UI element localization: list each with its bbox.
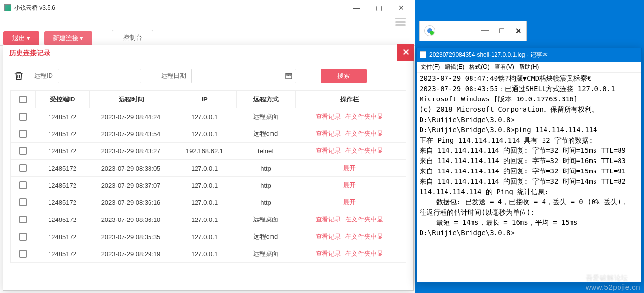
- view-record-link[interactable]: 查看记录: [316, 216, 341, 223]
- new-connection-dropdown[interactable]: 新建连接 ▾: [44, 31, 93, 45]
- tabs-row: 退出 ▾ 新建连接 ▾ 控制台: [0, 28, 415, 46]
- open-folder-link[interactable]: 在文件夹中显: [345, 233, 383, 240]
- cell-ip: 192.168.62.1: [173, 147, 236, 155]
- hamburger-menu[interactable]: [0, 15, 415, 28]
- cell-ops: 查看记录在文件夹中显: [295, 129, 406, 138]
- cell-ip: 127.0.0.1: [173, 216, 236, 223]
- select-all-checkbox[interactable]: [19, 96, 27, 103]
- exit-dropdown[interactable]: 退出 ▾: [3, 31, 39, 45]
- calendar-icon[interactable]: [284, 72, 293, 80]
- cell-id: 12485172: [35, 130, 89, 138]
- cell-id: 12485172: [35, 182, 89, 189]
- watermark: 吾爱破解论坛 www.52pojie.cn: [586, 274, 640, 291]
- remote-id-input[interactable]: [58, 69, 141, 83]
- cell-id: 12485172: [35, 250, 89, 258]
- view-record-link[interactable]: 查看记录: [316, 147, 341, 154]
- row-checkbox[interactable]: [19, 233, 27, 241]
- cell-time: 2023-07-29 08:38:05: [89, 165, 173, 172]
- history-grid: 受控端ID 远程时间 IP 远程方式 操作栏 124851722023-07-2…: [10, 90, 406, 263]
- cell-time: 2023-07-29 08:36:16: [89, 199, 173, 206]
- cell-id: 12485172: [35, 113, 89, 121]
- header-ops[interactable]: 操作栏: [295, 91, 406, 108]
- row-checkbox[interactable]: [19, 147, 27, 155]
- open-folder-link[interactable]: 在文件夹中显: [345, 216, 383, 223]
- table-row: 124851722023-07-29 08:38:05127.0.0.1http…: [11, 160, 406, 177]
- menu-view[interactable]: 查看(V): [493, 62, 516, 72]
- expand-link[interactable]: 展开: [343, 198, 356, 206]
- cell-time: 2023-07-29 08:43:27: [89, 147, 173, 155]
- hamburger-icon: [395, 18, 406, 26]
- header-method[interactable]: 远程方式: [236, 91, 295, 108]
- row-checkbox[interactable]: [19, 164, 27, 172]
- app-titlebar[interactable]: 小锐云桥 v3.5.6 — ▢ ✕: [0, 0, 415, 15]
- menu-edit[interactable]: 编辑(E): [443, 62, 466, 72]
- table-row: 124851722023-07-29 08:44:24127.0.0.1远程桌面…: [11, 108, 406, 125]
- remote-date-input[interactable]: [191, 69, 296, 83]
- header-ip[interactable]: IP: [173, 91, 236, 108]
- open-folder-link[interactable]: 在文件夹中显: [345, 113, 383, 120]
- menu-file[interactable]: 文件(F): [419, 62, 442, 72]
- row-checkbox[interactable]: [19, 130, 27, 138]
- cell-time: 2023-07-29 08:37:07: [89, 182, 173, 189]
- bg-maximize-button[interactable]: □: [499, 26, 504, 36]
- table-row: 124851722023-07-29 08:29:19127.0.0.1远程桌面…: [11, 245, 406, 263]
- cell-time: 2023-07-29 08:35:35: [89, 233, 173, 241]
- cell-ops: 查看记录在文件夹中显: [295, 146, 406, 155]
- table-row: 124851722023-07-29 08:36:10127.0.0.1远程桌面…: [11, 211, 406, 228]
- row-checkbox[interactable]: [19, 216, 27, 223]
- trash-icon[interactable]: [12, 70, 25, 82]
- bg-close-button[interactable]: ✕: [515, 26, 521, 36]
- cell-ip: 127.0.0.1: [173, 130, 236, 138]
- expand-link[interactable]: 展开: [343, 181, 356, 189]
- cell-ip: 127.0.0.1: [173, 113, 236, 121]
- menu-help[interactable]: 帮助(H): [517, 62, 541, 72]
- cell-time: 2023-07-29 08:36:10: [89, 216, 173, 223]
- header-time[interactable]: 远程时间: [89, 91, 173, 108]
- expand-link[interactable]: 展开: [343, 164, 356, 171]
- maximize-button[interactable]: ▢: [368, 1, 390, 15]
- row-checkbox[interactable]: [19, 113, 27, 121]
- search-button[interactable]: 搜索: [321, 69, 367, 83]
- cell-method: 远程桌面: [236, 249, 295, 258]
- view-record-link[interactable]: 查看记录: [316, 130, 341, 137]
- cell-ops: 查看记录在文件夹中显: [295, 215, 406, 224]
- modal-close-button[interactable]: ✕: [397, 44, 414, 61]
- cell-method: 远程桌面: [236, 112, 295, 121]
- bg-minimize-button[interactable]: ―: [481, 26, 489, 36]
- table-row: 124851722023-07-29 08:35:35127.0.0.1远程cm…: [11, 228, 406, 245]
- tab-console[interactable]: 控制台: [112, 30, 153, 45]
- cell-id: 12485172: [35, 199, 89, 206]
- view-record-link[interactable]: 查看记录: [316, 113, 341, 120]
- open-folder-link[interactable]: 在文件夹中显: [345, 250, 383, 257]
- avatar-icon[interactable]: [424, 25, 435, 36]
- cell-ops: 查看记录在文件夹中显: [295, 249, 406, 258]
- table-row: 124851722023-07-29 08:43:54127.0.0.1远程cm…: [11, 125, 406, 143]
- cell-ip: 127.0.0.1: [173, 250, 236, 258]
- cell-id: 12485172: [35, 147, 89, 155]
- row-checkbox[interactable]: [19, 181, 27, 189]
- row-checkbox[interactable]: [19, 198, 27, 206]
- cell-ops: 查看记录在文件夹中显: [295, 112, 406, 121]
- cell-method: 远程cmd: [236, 129, 295, 138]
- cell-method: http: [236, 182, 295, 189]
- row-checkbox[interactable]: [19, 250, 27, 258]
- notepad-body[interactable]: 2023-07-29 08:47:40锛?枃灏▼CMD杩炴帴宸叉柇寮€ 2023…: [417, 73, 641, 239]
- open-folder-link[interactable]: 在文件夹中显: [345, 147, 383, 154]
- cell-ops: 展开: [295, 198, 406, 207]
- notepad-icon: [420, 51, 426, 58]
- view-record-link[interactable]: 查看记录: [316, 233, 341, 240]
- open-folder-link[interactable]: 在文件夹中显: [345, 130, 383, 137]
- notepad-titlebar[interactable]: 20230729084354-shell-127.0.0.1.log - 记事本: [417, 48, 641, 62]
- header-id[interactable]: 受控端ID: [35, 91, 89, 108]
- close-button[interactable]: ✕: [390, 1, 413, 15]
- view-record-link[interactable]: 查看记录: [316, 250, 341, 257]
- minimize-button[interactable]: —: [345, 1, 368, 15]
- background-window-controls[interactable]: ― □ ✕: [419, 21, 527, 41]
- history-modal: 历史连接记录 ✕ 远程ID 远程日期 搜索 受控端ID 远程时间 IP 远程方式…: [3, 45, 414, 291]
- cell-time: 2023-07-29 08:43:54: [89, 130, 173, 138]
- cell-ops: 查看记录在文件夹中显: [295, 232, 406, 241]
- cell-ops: 展开: [295, 164, 406, 172]
- cell-id: 12485172: [35, 165, 89, 172]
- cell-time: 2023-07-29 08:29:19: [89, 250, 173, 258]
- menu-format[interactable]: 格式(O): [467, 62, 491, 72]
